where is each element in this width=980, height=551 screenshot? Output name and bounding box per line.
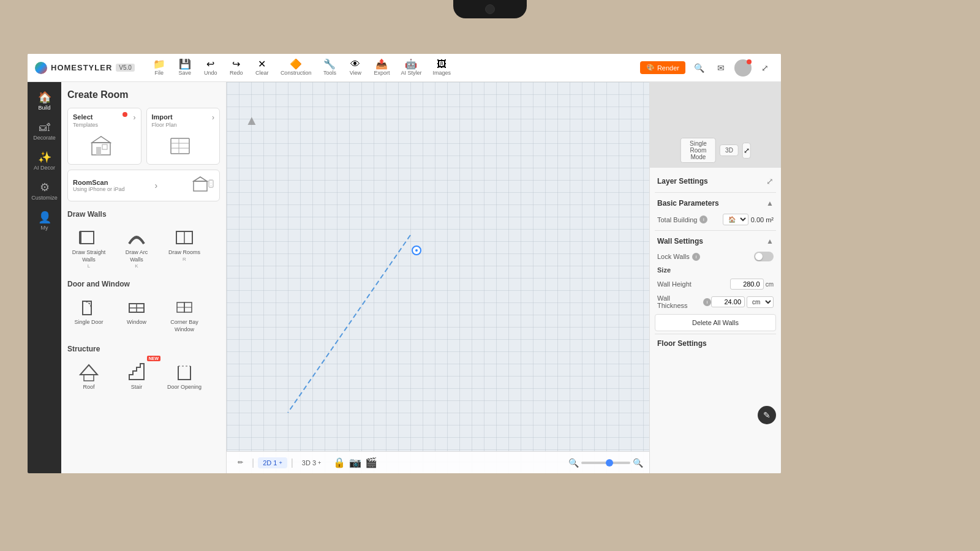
lock-icon[interactable]: 🔒 — [333, 457, 345, 468]
floating-action-btn[interactable]: ✎ — [758, 406, 776, 424]
avatar[interactable] — [734, 59, 752, 77]
lock-walls-toggle[interactable] — [754, 252, 774, 261]
wall-thickness-unit-select[interactable]: cm — [747, 296, 774, 308]
video-icon[interactable]: 🎬 — [365, 457, 377, 468]
images-label: Images — [432, 70, 451, 76]
draw-rooms-tool[interactable]: Draw Rooms R — [163, 223, 206, 271]
tab-separator: | — [252, 457, 254, 468]
sidebar-item-build[interactable]: 🏠 Build — [29, 87, 60, 116]
zoom-in-icon[interactable]: 🔍 — [633, 458, 643, 468]
tools-button[interactable]: 🔧 Tools — [317, 58, 342, 78]
construction-icon: 🔶 — [290, 59, 302, 69]
sidebar-item-decorate[interactable]: 🛋 Decorate — [29, 117, 60, 146]
roomscan-card[interactable]: RoomScan Using iPhone or iPad › — [67, 170, 220, 201]
ai-styler-button[interactable]: 🤖 AI Styler — [396, 58, 426, 78]
svg-marker-1 — [92, 137, 110, 143]
select-templates-card[interactable]: › Select Templates — [67, 108, 141, 165]
door-opening-icon — [172, 361, 197, 384]
images-button[interactable]: 🖼 Images — [428, 58, 456, 78]
3d-tab-3[interactable]: 3D 3 + — [297, 457, 326, 468]
select-card-subtitle: Templates — [73, 122, 136, 128]
import-card-subtitle: Floor Plan — [152, 122, 215, 128]
wall-height-input[interactable] — [730, 279, 764, 290]
sidebar-item-customize[interactable]: ⚙ Customize — [29, 177, 60, 206]
roomscan-info: RoomScan Using iPhone or iPad — [73, 179, 125, 192]
construction-button[interactable]: 🔶 Construction — [276, 58, 317, 78]
stair-tool[interactable]: Stair NEW — [115, 358, 158, 394]
draw-arc-walls-tool[interactable]: Draw ArcWalls K — [115, 223, 158, 271]
select-arrow-icon: › — [134, 113, 136, 122]
layer-settings-title: Layer Settings — [657, 177, 708, 186]
divider-1 — [655, 192, 776, 193]
fullscreen-button[interactable]: ⤢ — [756, 59, 774, 77]
canvas-area[interactable]: ▲ ✏ | 2D 1 + — [227, 82, 649, 473]
wall-thickness-row: Wall Thickness i cm — [655, 292, 776, 312]
clear-icon: ✕ — [258, 59, 266, 69]
monitor-frame: HOMESTYLER V5.0 📁 File 💾 Save ↩ Undo ↪ — [0, 0, 980, 551]
floor-settings-row: Floor Settings — [655, 337, 776, 350]
lock-walls-info-icon[interactable]: i — [692, 253, 700, 261]
left-panel: Create Room › Select Templates — [61, 82, 227, 473]
ai-styler-label: AI Styler — [401, 70, 421, 76]
wall-settings-header[interactable]: Wall Settings ▲ — [655, 233, 776, 249]
single-door-tool[interactable]: Single Door — [67, 293, 110, 335]
search-button[interactable]: 🔍 — [690, 59, 707, 77]
export-button[interactable]: 📤 Export — [369, 58, 394, 78]
edit-icon: ✎ — [763, 410, 771, 420]
corner-bay-window-tool[interactable]: Corner BayWindow — [163, 293, 206, 335]
draw-rooms-key: R — [183, 257, 186, 262]
export-icon: 📤 — [375, 59, 388, 69]
basic-params-header[interactable]: Basic Parameters ▲ — [655, 195, 776, 211]
stair-icon — [124, 361, 149, 384]
redo-button[interactable]: ↪ Redo — [224, 58, 249, 78]
zoom-thumb[interactable] — [606, 459, 613, 467]
app-title: HOMESTYLER — [51, 63, 112, 72]
toggle-knob — [755, 253, 763, 260]
sidebar-item-my[interactable]: 👤 My — [29, 207, 60, 236]
clear-label: Clear — [255, 70, 269, 76]
draw-straight-walls-tool[interactable]: Draw StraightWalls L — [67, 223, 110, 271]
wall-height-row: Wall Height cm — [655, 276, 776, 292]
wall-thickness-info-icon[interactable]: i — [703, 298, 711, 306]
view-icon: 👁 — [350, 59, 360, 69]
2d-tab-1[interactable]: 2D 1 + — [258, 457, 287, 468]
camera-lens — [485, 4, 495, 14]
wall-height-value-area: cm — [730, 279, 774, 290]
expand-preview-btn[interactable]: ⤢ — [742, 143, 750, 159]
decorate-icon: 🛋 — [39, 122, 50, 133]
layer-settings-expand-icon[interactable]: ⤢ — [766, 176, 774, 186]
view-button[interactable]: 👁 View — [343, 58, 368, 78]
window-icon — [124, 296, 149, 319]
svg-marker-25 — [80, 365, 97, 375]
camera-icon[interactable]: 📷 — [349, 457, 361, 468]
total-building-label: Total Building i — [657, 216, 707, 223]
door-opening-tool[interactable]: Door Opening — [163, 358, 206, 394]
wall-settings-collapse-icon: ▲ — [766, 237, 774, 246]
import-floor-plan-card[interactable]: › Import Floor Plan — [146, 108, 221, 165]
zoom-track[interactable] — [581, 462, 630, 464]
draw-mode-btn[interactable]: ✏ — [233, 457, 248, 468]
delete-all-walls-btn[interactable]: Delete All Walls — [655, 314, 776, 331]
undo-button[interactable]: ↩ Undo — [198, 58, 223, 78]
mail-button[interactable]: ✉ — [712, 59, 729, 77]
save-button[interactable]: 💾 Save — [173, 58, 197, 78]
roof-tool[interactable]: Roof — [67, 358, 110, 394]
logo-area: HOMESTYLER V5.0 — [35, 62, 135, 74]
window-tool[interactable]: Window — [115, 293, 158, 335]
sidebar-item-ai-decor[interactable]: ✨ AI Decor — [29, 147, 60, 176]
3d-preview-btn[interactable]: 3D — [720, 144, 739, 156]
render-button[interactable]: 🎨 Render — [640, 61, 685, 74]
wall-thickness-input[interactable] — [711, 296, 745, 307]
main-toolbar: 📁 File 💾 Save ↩ Undo ↪ Redo ✕ Clear — [147, 58, 640, 78]
file-button[interactable]: 📁 File — [147, 58, 172, 78]
canvas-bottom-toolbar: ✏ | 2D 1 + | 3D 3 + 🔒 📷 🎬 — [227, 451, 649, 473]
draw-rooms-label: Draw Rooms — [168, 249, 200, 257]
svg-rect-8 — [194, 181, 207, 191]
single-room-mode-btn[interactable]: Single Room Mode — [680, 138, 716, 163]
zoom-out-icon[interactable]: 🔍 — [568, 458, 579, 468]
divider-2 — [655, 230, 776, 231]
total-building-info-icon[interactable]: i — [699, 216, 707, 223]
building-type-select[interactable]: 🏠 — [723, 214, 748, 225]
clear-button[interactable]: ✕ Clear — [250, 58, 274, 78]
new-badge: NEW — [147, 356, 160, 361]
